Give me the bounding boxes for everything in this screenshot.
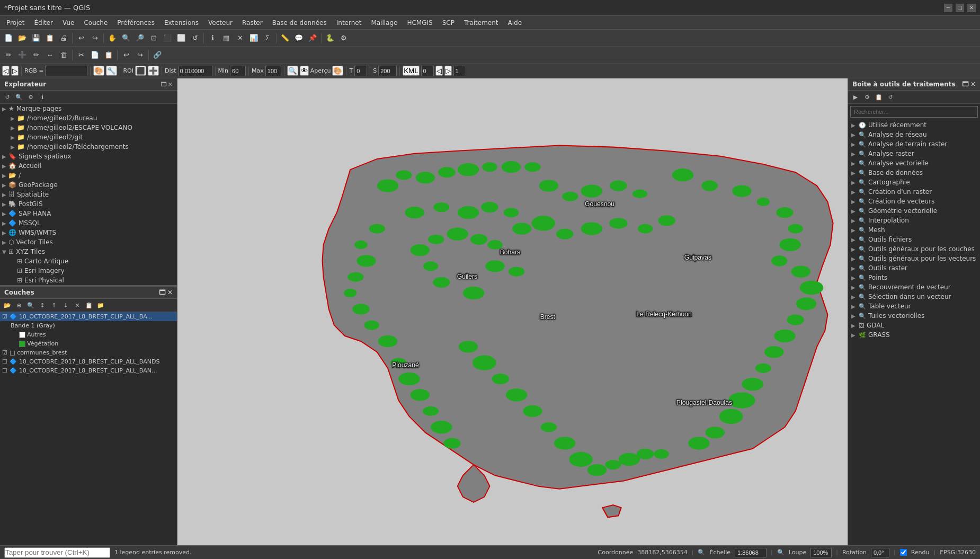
- zoom-in-button[interactable]: 🔍: [120, 32, 132, 45]
- next-val-button[interactable]: ▷: [444, 66, 452, 76]
- processing-item-7[interactable]: ▶ 🔍 Création d'un raster: [848, 187, 980, 197]
- menu-item-traitement[interactable]: Traitement: [460, 18, 503, 28]
- menu-item-vecteur[interactable]: Vecteur: [204, 18, 237, 28]
- map-tips-button[interactable]: 💬: [292, 32, 305, 45]
- explorer-tree-item-6[interactable]: ▶ 🏠 Accueil: [0, 161, 177, 171]
- processing-item-3[interactable]: ▶ 🔍 Analyse raster: [848, 149, 980, 158]
- magnify-input[interactable]: [810, 548, 832, 557]
- cut-button[interactable]: ✂: [75, 49, 87, 61]
- s-input[interactable]: [378, 66, 397, 76]
- explorer-tree-item-17[interactable]: ⊞ Esri Imagery: [0, 266, 177, 276]
- layers-close-button[interactable]: ✕: [167, 289, 173, 296]
- menu-item-aide[interactable]: Aide: [504, 18, 527, 28]
- min-input[interactable]: [230, 66, 246, 76]
- layer-item-2[interactable]: Autres: [0, 330, 177, 339]
- max-input[interactable]: [265, 66, 281, 76]
- processing-settings-button[interactable]: ⚙: [862, 92, 872, 102]
- processing-search-input[interactable]: [850, 106, 978, 118]
- refresh-button[interactable]: ↺: [189, 32, 201, 45]
- explorer-filter-button[interactable]: 🔍: [14, 92, 24, 102]
- processing-run-button[interactable]: ▶: [850, 92, 861, 102]
- processing-item-13[interactable]: ▶ 🔍 Outils généraux pour les couches: [848, 244, 980, 254]
- rotation-input[interactable]: [871, 548, 889, 557]
- processing-item-20[interactable]: ▶ 🔍 Tuiles vectorielles: [848, 311, 980, 321]
- processing-item-1[interactable]: ▶ 🔍 Analyse de réseau: [848, 130, 980, 139]
- explorer-tree-item-10[interactable]: ▶ 🐘 PostGIS: [0, 199, 177, 209]
- processing-button[interactable]: ⚙: [337, 32, 350, 45]
- save-as-button[interactable]: 📋: [43, 32, 56, 45]
- explorer-tree-item-1[interactable]: ▶ 📁 /home/gilleol2/Bureau: [0, 113, 177, 123]
- val1-input[interactable]: [453, 66, 466, 76]
- explorer-tree-item-14[interactable]: ▶ ⬡ Vector Tiles: [0, 237, 177, 247]
- layer-item-5[interactable]: ☐🔷10_OCTOBRE_2017_L8_BREST_CLIP_ALL_BAND…: [0, 357, 177, 366]
- explorer-close-button[interactable]: ✕: [168, 81, 173, 88]
- explorer-tree-item-11[interactable]: ▶ 🔷 SAP HANA: [0, 209, 177, 218]
- menu-item-raster[interactable]: Raster: [238, 18, 267, 28]
- color-button[interactable]: 🎨: [332, 66, 343, 76]
- pan-button[interactable]: ✋: [106, 32, 119, 45]
- layer-duplicate-button[interactable]: 📋: [84, 300, 94, 310]
- menu-item-préférences[interactable]: Préférences: [113, 18, 159, 28]
- menu-item-internet[interactable]: Internet: [332, 18, 366, 28]
- processing-collapse-button[interactable]: 🗖: [962, 81, 968, 88]
- zoom-extent-button[interactable]: ⊡: [147, 32, 160, 45]
- scale-input[interactable]: [735, 548, 767, 557]
- new-project-button[interactable]: 📄: [2, 32, 15, 45]
- zoom-layer-button[interactable]: ⬛: [161, 32, 174, 45]
- delete-button[interactable]: 🗑: [57, 49, 70, 61]
- search-command-input[interactable]: [4, 547, 110, 558]
- menu-item-couche[interactable]: Couche: [79, 18, 112, 28]
- rgb-btn2[interactable]: 🔧: [106, 66, 117, 76]
- python-console-button[interactable]: 🐍: [324, 32, 336, 45]
- processing-item-6[interactable]: ▶ 🔍 Cartographie: [848, 178, 980, 187]
- explorer-tree-item-9[interactable]: ▶ 🗄 SpatiaLite: [0, 190, 177, 199]
- processing-item-11[interactable]: ▶ 🔍 Mesh: [848, 225, 980, 235]
- explorer-settings-button[interactable]: ⚙: [25, 92, 36, 102]
- processing-item-2[interactable]: ▶ 🔍 Analyse de terrain raster: [848, 139, 980, 149]
- identify-button[interactable]: ℹ: [206, 32, 219, 45]
- zoom-map-button[interactable]: 🔍: [287, 66, 298, 76]
- menu-item-maillage[interactable]: Maillage: [367, 18, 402, 28]
- explorer-tree-item-3[interactable]: ▶ 📁 /home/gilleol2/git: [0, 132, 177, 142]
- processing-item-0[interactable]: ▶ 🕐 Utilisé récemment: [848, 120, 980, 130]
- layer-remove-button[interactable]: ✕: [72, 300, 83, 310]
- edit-toggle-button[interactable]: ✏: [2, 49, 15, 61]
- explorer-refresh-button[interactable]: ↺: [2, 92, 13, 102]
- menu-item-base-de-données[interactable]: Base de données: [268, 18, 331, 28]
- processing-item-12[interactable]: ▶ 🔍 Outils fichiers: [848, 235, 980, 244]
- menu-item-projet[interactable]: Projet: [2, 18, 29, 28]
- processing-item-18[interactable]: ▶ 🔍 Sélection dans un vecteur: [848, 292, 980, 301]
- processing-item-8[interactable]: ▶ 🔍 Création de vecteurs: [848, 197, 980, 206]
- processing-item-10[interactable]: ▶ 🔍 Interpolation: [848, 216, 980, 225]
- roi-add-button[interactable]: ➕: [148, 66, 159, 76]
- menu-item-hcmgis[interactable]: HCMGIS: [403, 18, 436, 28]
- layer-check-4[interactable]: ☑: [2, 349, 7, 356]
- close-button[interactable]: ✕: [967, 4, 976, 12]
- explorer-tree-item-5[interactable]: ▶ 🔖 Signets spatiaux: [0, 152, 177, 161]
- save-project-button[interactable]: 💾: [30, 32, 42, 45]
- layer-next-button[interactable]: ▷: [11, 66, 19, 76]
- print-button[interactable]: 🖨: [57, 32, 70, 45]
- explorer-tree-item-18[interactable]: ⊞ Esri Physical: [0, 276, 177, 285]
- select-button[interactable]: ▦: [220, 32, 233, 45]
- rgb-input[interactable]: [45, 66, 87, 76]
- render-checkbox[interactable]: [900, 549, 907, 556]
- processing-item-17[interactable]: ▶ 🔍 Recouvrement de vecteur: [848, 282, 980, 292]
- menu-item-scp[interactable]: SCP: [438, 18, 459, 28]
- layer-check-0[interactable]: ☑: [2, 313, 7, 320]
- layer-item-4[interactable]: ☑□communes_brest: [0, 348, 177, 357]
- processing-item-15[interactable]: ▶ 🔍 Outils raster: [848, 263, 980, 273]
- processing-refresh-button[interactable]: ↺: [885, 92, 896, 102]
- redo-edit-button[interactable]: ↪: [133, 49, 146, 61]
- explorer-collapse-button[interactable]: 🗖: [161, 81, 166, 88]
- roi-button[interactable]: ⬛: [135, 66, 146, 76]
- explorer-tree-item-16[interactable]: ⊞ Carto Antique: [0, 256, 177, 266]
- open-project-button[interactable]: 📂: [16, 32, 29, 45]
- menu-item-vue[interactable]: Vue: [58, 18, 78, 28]
- layer-check-6[interactable]: ☐: [2, 367, 7, 374]
- explorer-tree-item-7[interactable]: ▶ 📂 /: [0, 171, 177, 180]
- zoom-selection-button[interactable]: ⬜: [175, 32, 188, 45]
- processing-history-button[interactable]: 📋: [874, 92, 884, 102]
- map-area[interactable]: Gouesnou Bohars Guipavas Guilers Brest L…: [177, 78, 848, 545]
- processing-item-9[interactable]: ▶ 🔍 Géométrie vectorielle: [848, 206, 980, 216]
